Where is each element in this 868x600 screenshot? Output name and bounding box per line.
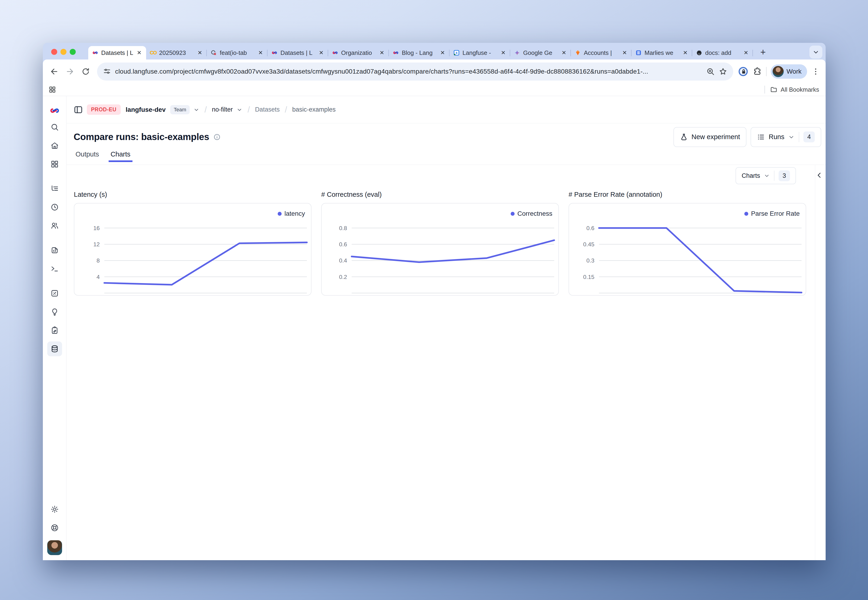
- close-tab-icon[interactable]: ✕: [500, 49, 507, 56]
- org-chevron-icon[interactable]: [193, 107, 199, 113]
- close-tab-icon[interactable]: ✕: [439, 49, 446, 56]
- sidebar-item-annotation[interactable]: [47, 323, 62, 338]
- browser-tab[interactable]: CO20250923✕: [146, 46, 207, 59]
- zoom-window-button[interactable]: [70, 49, 76, 55]
- runs-label: Runs: [769, 133, 785, 141]
- browser-tab[interactable]: Datasets | L✕: [88, 46, 146, 59]
- chart-block: # Parse Error Rate (annotation) 0.60.450…: [569, 191, 806, 295]
- charts-content: Charts 3 Latency (s) 161284 latency # Co…: [67, 165, 826, 560]
- browser-tab[interactable]: Datasets | L✕: [267, 46, 328, 59]
- sidebar-item-tracing[interactable]: [47, 181, 62, 196]
- svg-text:0.6: 0.6: [586, 225, 595, 231]
- breadcrumb-current-item[interactable]: basic-examples: [292, 106, 336, 113]
- close-tab-icon[interactable]: ✕: [136, 49, 143, 56]
- close-tab-icon[interactable]: ✕: [197, 49, 203, 56]
- tab-title: Marlies we: [645, 49, 679, 56]
- close-tab-icon[interactable]: ✕: [743, 49, 749, 56]
- apps-grid-icon[interactable]: [49, 86, 56, 94]
- sidebar-item-playground[interactable]: [47, 261, 62, 276]
- runs-dropdown-button[interactable]: Runs 4: [751, 127, 821, 147]
- browser-menu-icon[interactable]: [811, 67, 820, 76]
- back-button[interactable]: [47, 65, 61, 78]
- sidebar-item-datasets[interactable]: [47, 341, 62, 356]
- browser-tab[interactable]: docs: add✕: [692, 46, 753, 59]
- project-name[interactable]: no-filter: [212, 106, 233, 113]
- minimize-window-button[interactable]: [61, 49, 67, 55]
- sidebar-toggle-icon[interactable]: [73, 105, 83, 115]
- sidebar-item-evaluators[interactable]: [47, 286, 62, 301]
- langfuse-favicon-icon: [332, 50, 338, 56]
- close-tab-icon[interactable]: ✕: [561, 49, 567, 56]
- chart-legend: latency: [278, 210, 305, 217]
- url-text[interactable]: cloud.langfuse.com/project/cmfwgv8fx002o…: [115, 68, 702, 75]
- sidebar-item-home[interactable]: [47, 138, 62, 153]
- close-tab-icon[interactable]: ✕: [621, 49, 628, 56]
- close-tab-icon[interactable]: ✕: [318, 49, 325, 56]
- settings-icon[interactable]: [47, 502, 62, 517]
- window-controls[interactable]: [51, 49, 76, 55]
- browser-toolbar: cloud.langfuse.com/project/cmfwgv8fx002o…: [43, 59, 826, 83]
- reload-button[interactable]: [79, 65, 93, 78]
- close-tab-icon[interactable]: ✕: [682, 49, 689, 56]
- all-bookmarks-label[interactable]: All Bookmarks: [781, 86, 819, 93]
- button-divider: [774, 171, 774, 181]
- browser-tab[interactable]: Accounts |✕: [571, 46, 631, 59]
- sidebar-item-dashboards[interactable]: [47, 157, 62, 171]
- org-name[interactable]: langfuse-dev: [126, 106, 166, 114]
- sidebar-item-users[interactable]: [47, 218, 62, 233]
- flask-icon: [680, 133, 688, 141]
- close-tab-icon[interactable]: ✕: [379, 49, 385, 56]
- legend-label: latency: [284, 210, 305, 217]
- collapse-panel-button[interactable]: [814, 170, 825, 180]
- browser-tab[interactable]: Organizatio✕: [328, 46, 389, 59]
- address-bar[interactable]: cloud.langfuse.com/project/cmfwgv8fx002o…: [97, 62, 733, 80]
- bookmark-star-icon[interactable]: [719, 67, 727, 76]
- tab-title: Datasets | L: [281, 49, 315, 56]
- tab-outputs[interactable]: Outputs: [76, 150, 99, 162]
- extensions-puzzle-icon[interactable]: [753, 67, 762, 76]
- langfuse-favicon-icon: [92, 50, 99, 56]
- forward-button[interactable]: [63, 65, 77, 78]
- chart-card[interactable]: 0.60.450.30.15 Parse Error Rate: [569, 203, 806, 295]
- new-tab-button[interactable]: +: [758, 47, 768, 58]
- sidebar-item-insights[interactable]: [47, 305, 62, 319]
- svg-text:0.4: 0.4: [339, 258, 347, 264]
- charts-filter-button[interactable]: Charts 3: [736, 167, 796, 184]
- browser-tab[interactable]: Google Ge✕: [510, 46, 571, 59]
- svg-text:0.6: 0.6: [339, 241, 347, 247]
- sidebar-item-prompts[interactable]: [47, 243, 62, 258]
- project-chevron-icon[interactable]: [237, 107, 243, 113]
- tab-charts[interactable]: Charts: [111, 150, 131, 162]
- chart-card[interactable]: 0.80.60.40.2 Correctness: [321, 203, 559, 295]
- close-window-button[interactable]: [51, 49, 57, 55]
- sidebar-item-search[interactable]: [47, 120, 62, 135]
- zoom-in-icon[interactable]: [706, 67, 715, 76]
- svg-text:16: 16: [93, 225, 100, 231]
- new-experiment-button[interactable]: New experiment: [674, 127, 747, 147]
- langfuse-logo[interactable]: [49, 105, 60, 116]
- support-icon[interactable]: [47, 520, 62, 535]
- chevron-left-icon: [815, 171, 823, 179]
- browser-tab[interactable]: Marlies we✕: [631, 46, 692, 59]
- browser-tab[interactable]: feat(io-tab✕: [207, 46, 267, 59]
- chart-card[interactable]: 161284 latency: [74, 203, 311, 295]
- breadcrumb-datasets-link[interactable]: Datasets: [255, 106, 280, 113]
- password-manager-icon[interactable]: [738, 66, 748, 77]
- environment-badge[interactable]: PROD-EU: [87, 105, 121, 115]
- browser-tab[interactable]: 6Langfuse -✕: [449, 46, 510, 59]
- gem-favicon-icon: [575, 50, 581, 56]
- browser-tab[interactable]: Blog - Lang✕: [389, 46, 449, 59]
- user-avatar[interactable]: [47, 540, 62, 555]
- info-icon[interactable]: [213, 133, 221, 141]
- langfuse-favicon-icon: [393, 50, 399, 56]
- tab-title: Langfuse -: [463, 49, 497, 56]
- tab-title: Google Ge: [523, 49, 558, 56]
- org-plan-badge: Team: [170, 105, 190, 114]
- close-tab-icon[interactable]: ✕: [257, 49, 264, 56]
- site-settings-icon[interactable]: [103, 68, 111, 76]
- profile-chip[interactable]: Work: [771, 64, 807, 79]
- charts-toolbar: Charts 3: [67, 165, 826, 184]
- tab-search-button[interactable]: [809, 45, 822, 59]
- sidebar-item-sessions[interactable]: [47, 200, 62, 215]
- gemini-favicon-icon: [514, 50, 520, 56]
